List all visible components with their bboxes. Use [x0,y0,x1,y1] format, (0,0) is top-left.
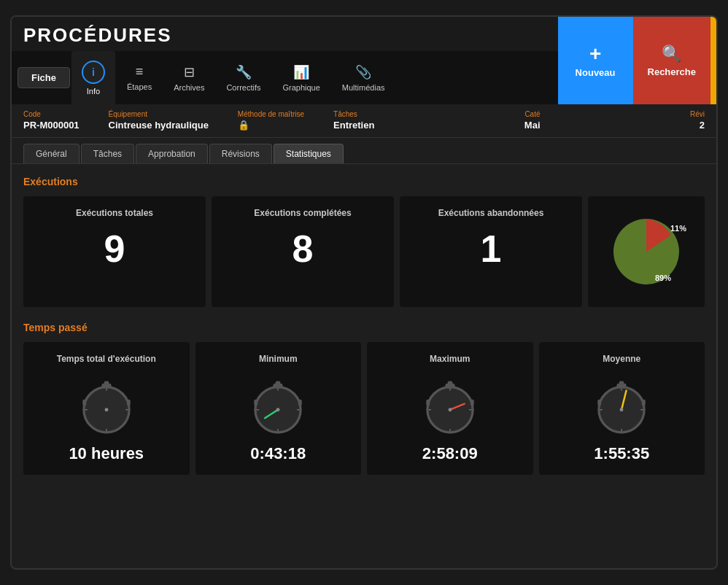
categorie-value: Mai [524,120,541,131]
stat-total-value: 9 [35,230,194,268]
tab-multimedias-label: Multimédias [342,83,385,92]
svg-point-10 [104,408,108,411]
temps-passe-title: Temps passé [23,322,705,333]
time-maximum-label: Maximum [379,354,522,364]
recherche-button[interactable]: 🔍 Recherche [633,17,710,104]
executions-section: Exécutions Exécutions totales 9 Exécutio… [23,176,705,307]
svg-rect-37 [642,400,646,406]
stat-abandoned-label: Exécutions abandonnées [411,208,570,218]
revision-field: Révi 2 [690,110,705,131]
time-minimum-value: 0:43:18 [207,444,350,463]
content-area: Exécutions Exécutions totales 9 Exécutio… [12,164,716,560]
pie-completed-label: 89% [655,274,671,282]
pie-svg: 11% 89% [603,208,690,295]
time-total: Temps total d'exécution [23,342,190,475]
multimedias-icon: 📎 [355,64,371,80]
app-title: PROCÉDURES [23,24,546,47]
title-bar: PROCÉDURES [12,17,558,51]
header-left: PROCÉDURES Fiche i Info ≡ Étapes [12,17,558,104]
stat-completed-value: 8 [223,230,382,268]
tab-fiche-label: Fiche [31,72,56,83]
header-actions: + Nouveau 🔍 Recherche [558,17,716,104]
time-maximum: Maximum [367,342,533,475]
svg-rect-14 [255,400,258,406]
stat-completed: Exécutions complétées 8 [212,196,394,307]
sub-tab-taches[interactable]: Tâches [81,144,134,163]
sub-tab-general[interactable]: Général [23,144,80,163]
time-minimum: Minimum [195,342,362,475]
time-moyenne-value: 1:55:35 [551,444,694,463]
taches-field: Tâches Entretien [333,110,374,131]
nouveau-button[interactable]: + Nouveau [558,17,633,104]
tab-etapes-label: Étapes [127,82,152,91]
svg-rect-25 [426,400,430,406]
sub-tab-revisions[interactable]: Révisions [209,144,272,163]
archives-icon: ⊟ [184,64,195,80]
svg-point-21 [276,408,280,411]
recherche-label: Recherche [648,66,696,77]
equipement-value: Cintreuse hydraulique [109,120,209,131]
sub-tab-approbation[interactable]: Approbation [136,144,208,163]
svg-rect-15 [298,400,302,406]
temps-passe-section: Temps passé Temps total d'exécution [23,322,705,475]
app-window: PROCÉDURES Fiche i Info ≡ Étapes [10,15,718,570]
stat-total-label: Exécutions totales [35,208,194,218]
yellow-accent-bar [710,17,716,104]
stat-total: Exécutions totales 9 [23,196,206,307]
taches-value: Entretien [333,120,374,131]
stopwatch-maximum [417,373,483,438]
info-circle-icon: i [82,61,105,84]
tab-archives[interactable]: ⊟ Archives [163,51,214,104]
correctifs-icon: 🔧 [236,64,252,80]
stat-completed-label: Exécutions complétées [223,208,382,218]
sub-tab-statistiques[interactable]: Statistiques [274,144,344,163]
svg-point-43 [620,408,624,411]
etapes-icon: ≡ [136,64,144,80]
tab-info-label: Info [87,87,100,96]
stat-abandoned: Exécutions abandonnées 1 [400,196,582,307]
pie-abandoned-label: 11% [670,224,686,233]
executions-title: Exécutions [23,176,705,187]
revision-label: Révi [690,110,705,118]
time-moyenne-label: Moyenne [551,354,694,364]
tab-multimedias[interactable]: 📎 Multimédias [332,51,395,104]
time-grid: Temps total d'exécution [23,342,705,475]
categorie-field: Caté Mai [524,110,541,131]
svg-rect-24 [447,381,452,384]
sub-tabs: Général Tâches Approbation Révisions Sta… [12,138,716,164]
code-value: PR-M000001 [23,120,80,131]
equipement-label: Équipement [109,110,209,118]
stopwatch-total [74,373,139,438]
tab-graphique-label: Graphique [282,83,320,92]
tab-etapes[interactable]: ≡ Étapes [117,51,162,104]
code-field: Code PR-M000001 [23,110,80,131]
svg-rect-3 [104,381,109,384]
plus-icon: + [589,44,601,64]
recherche-icon: 🔍 [662,44,681,63]
taches-label: Tâches [333,110,374,118]
stopwatch-minimum [245,373,311,438]
tab-graphique[interactable]: 📊 Graphique [272,51,330,104]
stopwatch-moyenne [589,373,654,438]
tab-correctifs[interactable]: 🔧 Correctifs [216,51,271,104]
svg-point-32 [448,408,452,411]
methode-label: Méthode de maîtrise [238,110,304,118]
graphique-icon: 📊 [293,64,309,80]
tab-correctifs-label: Correctifs [226,83,260,92]
categorie-label: Caté [524,110,541,118]
time-minimum-label: Minimum [207,354,350,364]
executions-grid: Exécutions totales 9 Exécutions complété… [23,196,705,307]
equipement-field: Équipement Cintreuse hydraulique [109,110,209,131]
svg-rect-35 [619,381,624,384]
time-maximum-value: 2:58:09 [379,444,522,463]
svg-rect-4 [82,400,86,406]
pie-chart-container: 11% 89% [588,196,705,307]
stat-abandoned-value: 1 [411,230,570,268]
lock-icon: 🔒 [238,120,249,131]
tab-fiche[interactable]: Fiche [18,67,70,88]
time-total-label: Temps total d'exécution [35,354,178,364]
time-moyenne: Moyenne [539,342,705,475]
svg-rect-5 [127,400,131,406]
tab-info[interactable]: i Info [71,51,115,104]
tab-archives-label: Archives [174,83,204,92]
